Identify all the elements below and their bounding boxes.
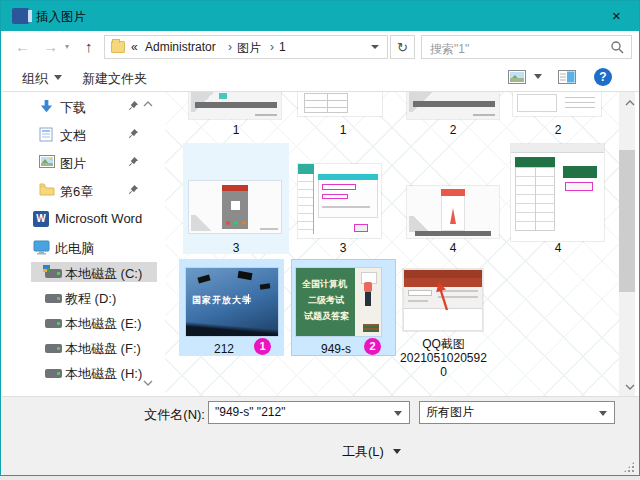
- file-thumbnail-949s[interactable]: 全国计算机 二级考试 试题及答案: [296, 268, 381, 336]
- thumb-art: [318, 174, 378, 180]
- filetype-caret-icon[interactable]: [599, 411, 607, 416]
- file-thumbnail[interactable]: [189, 92, 281, 119]
- sidebar-item-chapter6[interactable]: 第6章: [2, 181, 162, 201]
- file-thumbnail[interactable]: [298, 92, 382, 116]
- sidebar-item-label: 本地磁盘 (F:): [65, 340, 141, 358]
- sidebar-item-drive-f[interactable]: 本地磁盘 (F:): [2, 338, 162, 358]
- file-list-scrollbar[interactable]: [619, 92, 635, 396]
- sidebar-item-label: 此电脑: [55, 240, 94, 258]
- organize-caret-icon: [54, 75, 62, 80]
- view-options-caret-icon[interactable]: [534, 74, 542, 79]
- file-label[interactable]: 3: [290, 241, 396, 255]
- sidebar-item-drive-h[interactable]: 本地磁盘 (H:): [2, 363, 162, 383]
- file-thumbnail[interactable]: [189, 181, 281, 233]
- sidebar-item-this-pc[interactable]: 此电脑: [2, 238, 162, 258]
- sidebar-item-label: 文档: [60, 127, 86, 145]
- tools-caret-icon[interactable]: [393, 449, 401, 454]
- thumb-art-text: 试题及答案: [304, 310, 349, 323]
- file-thumbnail-212[interactable]: 国家开放大学: [186, 268, 278, 336]
- thumb-art: [237, 271, 252, 280]
- file-thumbnail[interactable]: [407, 92, 499, 119]
- filetype-value: 所有图片: [426, 405, 474, 419]
- filetype-select[interactable]: 所有图片: [419, 401, 615, 424]
- forward-icon[interactable]: →: [43, 38, 58, 55]
- sidebar-item-drive-d[interactable]: 教程 (D:): [2, 288, 162, 308]
- organize-button[interactable]: 组织: [22, 70, 48, 88]
- sidebar-item-label: Microsoft Word: [55, 211, 142, 226]
- tools-button[interactable]: 工具(L): [342, 443, 384, 461]
- annotation-badge-1: 1: [254, 338, 271, 355]
- search-box[interactable]: 搜索"1": [421, 35, 632, 59]
- insert-picture-dialog: 插入图片 × ← → ▾ ↑ « Administrator › 图片 › 1 …: [0, 0, 640, 476]
- file-label[interactable]: 1: [290, 123, 396, 137]
- sidebar-item-documents[interactable]: 文档: [2, 125, 162, 145]
- word-icon: W: [33, 211, 49, 227]
- chevron-right-icon[interactable]: ›: [265, 40, 279, 54]
- file-label[interactable]: 1: [183, 123, 289, 137]
- file-label-line: 2021051020592: [396, 351, 491, 365]
- thumb-art: [515, 157, 555, 167]
- sidebar-item-microsoft-word[interactable]: W Microsoft Word: [2, 209, 162, 229]
- chevron-right-icon[interactable]: ›: [223, 40, 237, 54]
- file-label[interactable]: 4: [505, 241, 611, 255]
- up-icon[interactable]: ↑: [85, 38, 93, 55]
- breadcrumb-collapse[interactable]: «: [131, 40, 138, 54]
- thumb-art: [363, 324, 379, 332]
- thumb-art: [322, 206, 370, 208]
- file-label[interactable]: QQ截图 2021051020592 0: [396, 337, 491, 379]
- breadcrumb-1[interactable]: 1: [279, 40, 286, 54]
- drive-icon: [45, 319, 62, 328]
- breadcrumb-administrator[interactable]: Administrator: [145, 40, 216, 54]
- sidebar-item-downloads[interactable]: 下载: [2, 97, 162, 117]
- sidebar-item-label: 教程 (D:): [65, 290, 116, 308]
- file-label[interactable]: 3: [183, 241, 289, 255]
- pin-icon: [128, 100, 139, 111]
- computer-icon: [33, 240, 50, 255]
- preview-pane-icon[interactable]: [558, 70, 576, 84]
- folder-icon: [111, 41, 125, 53]
- thumb-art: [195, 102, 277, 108]
- file-label[interactable]: 2: [400, 123, 506, 137]
- thumb-art: [511, 144, 604, 153]
- file-label[interactable]: 4: [400, 241, 506, 255]
- sidebar-item-drive-c[interactable]: 本地磁盘 (C:): [2, 263, 162, 283]
- view-thumbnails-icon[interactable]: [508, 70, 526, 84]
- thumb-art: [409, 216, 431, 232]
- thumb-art: [408, 290, 432, 296]
- folder-icon: [39, 183, 55, 196]
- scroll-up-icon[interactable]: [622, 96, 638, 110]
- search-icon[interactable]: [610, 40, 624, 54]
- thumb-art: [231, 201, 240, 210]
- sidebar-item-pictures[interactable]: 图片: [2, 153, 162, 173]
- new-folder-button[interactable]: 新建文件夹: [82, 70, 147, 88]
- file-label[interactable]: 2: [505, 123, 611, 137]
- breadcrumb-pictures[interactable]: 图片: [237, 40, 261, 57]
- back-icon[interactable]: ←: [15, 38, 30, 55]
- help-icon[interactable]: ?: [594, 68, 612, 86]
- pin-icon: [128, 156, 139, 167]
- file-thumbnail[interactable]: [407, 186, 499, 238]
- recent-locations-caret-icon[interactable]: ▾: [65, 42, 69, 51]
- file-thumbnail-qq[interactable]: [403, 269, 483, 331]
- thumb-art: [222, 185, 248, 191]
- address-dropdown-caret-icon[interactable]: [371, 45, 379, 49]
- resize-grip[interactable]: [624, 462, 634, 472]
- refresh-button[interactable]: ↻: [390, 35, 415, 59]
- command-bar: 组织 新建文件夹 ?: [2, 63, 639, 92]
- close-icon[interactable]: ×: [594, 1, 639, 31]
- address-bar[interactable]: « Administrator › 图片 › 1: [104, 35, 388, 59]
- file-label-line: 0: [396, 365, 491, 379]
- file-thumbnail[interactable]: [511, 144, 604, 241]
- filename-caret-icon[interactable]: [394, 411, 402, 416]
- scroll-down-icon[interactable]: [622, 380, 638, 394]
- filename-value: "949-s" "212": [215, 405, 285, 419]
- thumb-art: [226, 221, 230, 225]
- file-thumbnail[interactable]: [298, 164, 381, 238]
- filename-input[interactable]: "949-s" "212": [208, 401, 410, 424]
- sidebar-item-label: 本地磁盘 (C:): [65, 265, 142, 283]
- file-thumbnail[interactable]: [513, 92, 601, 116]
- scrollbar-thumb[interactable]: [619, 150, 635, 292]
- sidebar-item-drive-e[interactable]: 本地磁盘 (E:): [2, 313, 162, 333]
- pin-icon: [128, 184, 139, 195]
- thumb-art: [535, 167, 536, 231]
